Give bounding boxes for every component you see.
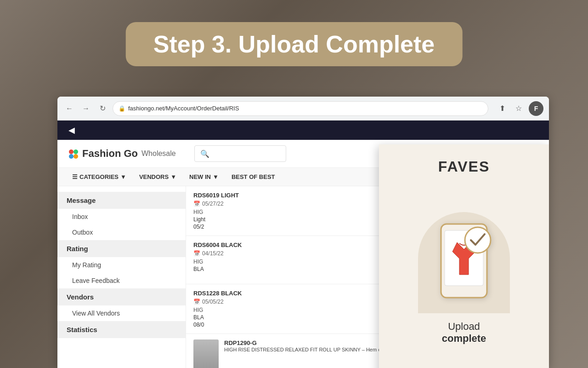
share-button[interactable]: ⬆ (496, 102, 509, 115)
sidebar-section-message: Message (57, 192, 186, 209)
nav-best-of-best[interactable]: BEST OF BEST (226, 170, 281, 184)
lock-icon: 🔒 (119, 105, 125, 112)
back-button[interactable]: ← (63, 102, 76, 115)
search-icon: 🔍 (200, 150, 209, 158)
upload-line1: Upload (442, 321, 486, 333)
phone-icon-container (427, 215, 501, 309)
svg-point-6 (465, 227, 491, 253)
nav-vendors[interactable]: VENDORS ▼ (134, 170, 182, 184)
reload-button[interactable]: ↻ (96, 102, 109, 115)
brand-logo-icon (67, 147, 79, 160)
upload-complete-text: Upload complete (442, 321, 486, 345)
url-text: fashiongo.net/MyAccount/OrderDetail/RIS (128, 105, 482, 112)
sidebar-item-my-rating[interactable]: My Rating (57, 257, 186, 273)
svg-point-0 (69, 150, 74, 154)
calendar-icon: 📅 (193, 201, 200, 207)
website: ◀ Fashion Go Wholesale 🔍 ☰ CAT (57, 121, 549, 368)
sidebar: Message Inbox Outbox Rating My Rating Le… (57, 186, 186, 368)
vendors-label: VENDORS (139, 173, 169, 180)
browser-window: ← → ↻ 🔒 fashiongo.net/MyAccount/OrderDet… (57, 97, 549, 368)
faves-popup: FAVES (379, 144, 549, 368)
site-header: ◀ (57, 121, 549, 140)
vendors-chevron: ▼ (170, 173, 176, 180)
categories-label: CATEGORIES (79, 173, 119, 180)
step-banner: Step 3. Upload Complete (126, 22, 463, 66)
brand: Fashion Go Wholesale (67, 147, 176, 160)
browser-chrome: ← → ↻ 🔒 fashiongo.net/MyAccount/OrderDet… (57, 97, 549, 121)
nav-categories[interactable]: ☰ CATEGORIES ▼ (67, 170, 132, 184)
categories-chevron: ▼ (120, 173, 126, 180)
new-in-chevron: ▼ (213, 173, 219, 180)
brand-name: Fashion Go (82, 148, 138, 160)
best-of-best-label: BEST OF BEST (232, 173, 275, 180)
svg-point-3 (74, 154, 78, 159)
phone-checkmark-icon (427, 215, 501, 307)
sidebar-section-statistics: Statistics (57, 321, 186, 338)
svg-point-1 (74, 150, 78, 154)
sidebar-item-outbox[interactable]: Outbox (57, 224, 186, 240)
svg-point-2 (69, 154, 74, 159)
collapse-sidebar-button[interactable]: ◀ (65, 123, 79, 137)
search-bar[interactable]: 🔍 (194, 145, 286, 162)
product-image-small (193, 339, 219, 368)
calendar-icon: 📅 (193, 299, 200, 305)
brand-subtitle: Wholesale (141, 150, 176, 158)
address-bar[interactable]: 🔒 fashiongo.net/MyAccount/OrderDetail/RI… (113, 101, 488, 116)
sidebar-section-vendors: Vendors (57, 288, 186, 305)
forward-button[interactable]: → (79, 102, 92, 115)
profile-button[interactable]: F (529, 101, 543, 116)
faves-title: FAVES (438, 158, 490, 175)
bookmark-button[interactable]: ☆ (512, 102, 525, 115)
sidebar-item-inbox[interactable]: Inbox (57, 209, 186, 224)
step-banner-text: Step 3. Upload Complete (153, 31, 435, 58)
toolbar-icons: ⬆ ☆ F (496, 101, 543, 116)
upload-line2: complete (442, 333, 486, 345)
sidebar-item-leave-feedback[interactable]: Leave Feedback (57, 273, 186, 288)
popup-arch-container (409, 184, 519, 313)
sidebar-section-rating: Rating (57, 240, 186, 257)
sidebar-item-view-all-vendors[interactable]: View All Vendors (57, 305, 186, 321)
nav-new-in[interactable]: NEW IN ▼ (184, 170, 224, 184)
calendar-icon: 📅 (193, 250, 200, 257)
hamburger-icon: ☰ (72, 173, 78, 180)
new-in-label: NEW IN (189, 173, 211, 180)
